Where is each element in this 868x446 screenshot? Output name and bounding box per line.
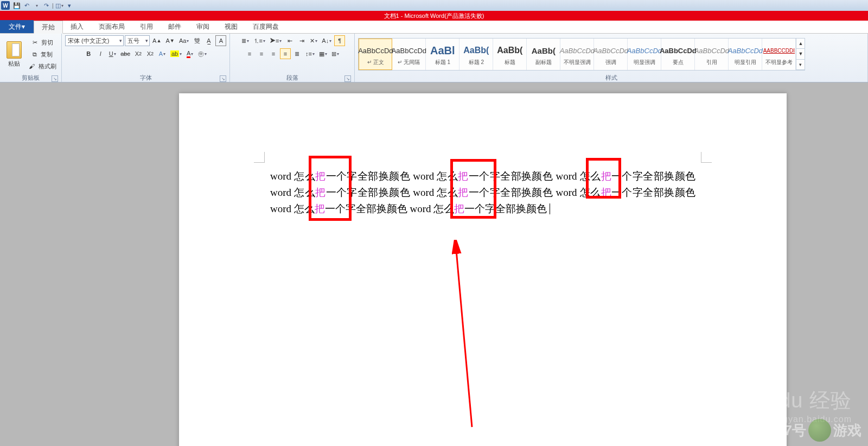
review-tab[interactable]: 审阅 [189, 20, 217, 33]
style-item-11[interactable]: AaBbCcDd明显引用 [729, 39, 762, 70]
style-item-5[interactable]: AaBb(副标题 [527, 39, 560, 70]
gallery-scroll[interactable]: ▲▼▾ [796, 39, 805, 70]
undo-dropdown[interactable] [31, 1, 41, 10]
multilevel-button[interactable]: ⮞≡ [268, 35, 283, 46]
margin-guide-tl [254, 152, 265, 163]
document-text[interactable]: word 怎么把一个字全部换颜色 word 怎么把一个字全部换颜色 word 怎… [270, 168, 695, 217]
style-name: 引用 [706, 59, 717, 66]
style-name: 标题 2 [469, 59, 484, 66]
paragraph-group-label: 段落↘ [233, 73, 351, 82]
text-effects-button[interactable]: A [157, 48, 168, 59]
font-dialog-launcher[interactable]: ↘ [220, 75, 226, 82]
superscript-button[interactable]: X2 [145, 48, 156, 59]
format-painter-button[interactable]: 🖌 格式刷 [27, 61, 58, 72]
style-item-3[interactable]: AaBb(标题 2 [459, 39, 493, 70]
paste-button[interactable]: 粘贴 [3, 41, 25, 68]
style-preview: AaBbCcDd [358, 42, 393, 59]
document-area[interactable]: word 怎么把一个字全部换颜色 word 怎么把一个字全部换颜色 word 怎… [0, 82, 868, 446]
references-tab[interactable]: 引用 [132, 20, 161, 33]
bold-button[interactable]: B [83, 48, 94, 59]
style-name: 副标题 [535, 59, 552, 66]
layout-tab[interactable]: 页面布局 [91, 20, 132, 33]
numbering-button[interactable]: ⒈≡ [252, 35, 267, 46]
style-item-9[interactable]: AaBbCcDd要点 [661, 39, 695, 70]
style-preview: AaBbCcDd [660, 42, 697, 59]
qat-more[interactable]: ▾ [65, 1, 74, 10]
style-item-7[interactable]: AaBbCcDd强调 [594, 39, 628, 70]
highlighted-char: 把 [315, 203, 325, 214]
style-preview: AaBb( [532, 42, 556, 59]
align-left-button[interactable]: ≡ [244, 48, 255, 59]
highlight-button[interactable]: ab [169, 48, 183, 59]
gallery-ctrl-btn[interactable]: ▼ [796, 49, 805, 59]
decrease-indent-button[interactable]: ⇤ [284, 35, 295, 46]
paste-icon [7, 41, 22, 59]
annotation-arrow [423, 240, 488, 430]
baidu-tab[interactable]: 百度网盘 [245, 20, 286, 33]
font-group-label: 字体↘ [65, 73, 226, 82]
clipboard-dialog-launcher[interactable]: ↘ [52, 75, 58, 82]
save-icon[interactable]: 💾 [12, 1, 22, 10]
char-shading-button[interactable]: A [215, 35, 226, 46]
text-cursor [550, 203, 550, 214]
style-preview: AaBbCcDd [627, 42, 662, 59]
asian-layout-button[interactable]: ✕ [308, 35, 319, 46]
style-item-2[interactable]: AaBl标题 1 [426, 39, 459, 70]
styles-group-label: 样式 [358, 73, 864, 82]
style-item-4[interactable]: AaBb(标题 [493, 39, 527, 70]
style-preview: AABBCCDDI [763, 42, 795, 59]
line-spacing-button[interactable]: ↕≡ [304, 48, 316, 59]
sort-button[interactable]: A↓ [320, 35, 333, 46]
cut-label: 剪切 [41, 39, 53, 47]
insert-tab[interactable]: 插入 [63, 20, 91, 33]
bullets-button[interactable]: ≣ [240, 35, 251, 46]
enclose-char-button[interactable]: ㊥ [196, 48, 208, 59]
align-center-button[interactable]: ≡ [256, 48, 267, 59]
char-border-button[interactable]: A̲ [203, 35, 214, 46]
style-preview: AaBb( [463, 42, 489, 59]
gallery-ctrl-btn[interactable]: ▾ [796, 60, 805, 70]
paragraph-dialog-launcher[interactable]: ↘ [344, 75, 351, 82]
page[interactable]: word 怎么把一个字全部换颜色 word 怎么把一个字全部换颜色 word 怎… [179, 93, 787, 446]
strikethrough-button[interactable]: abc [119, 48, 132, 59]
undo-icon[interactable]: ↶ [22, 1, 31, 10]
italic-button[interactable]: I [95, 48, 106, 59]
svg-line-0 [456, 244, 472, 427]
phonetic-guide-button[interactable]: 雙 [192, 35, 202, 46]
style-item-1[interactable]: AaBbCcDd↵ 无间隔 [392, 39, 426, 70]
style-item-12[interactable]: AABBCCDDI不明显参考 [762, 39, 796, 70]
underline-button[interactable]: U [107, 48, 118, 59]
font-name-select[interactable]: 宋体 (中文正文) [65, 35, 124, 46]
shading-button[interactable]: ▦ [317, 48, 329, 59]
increase-indent-button[interactable]: ⇥ [296, 35, 307, 46]
clipboard-group-label: 剪贴板↘ [3, 73, 58, 82]
shrink-font-button[interactable]: A▼ [164, 35, 176, 46]
redo-icon[interactable]: ↷ [41, 1, 51, 10]
mailings-tab[interactable]: 邮件 [161, 20, 189, 33]
subscript-button[interactable]: X2 [133, 48, 144, 59]
clipboard-group: 粘贴 ✂ 剪切 ⧉ 复制 🖌 格式刷 剪贴板↘ [0, 34, 62, 82]
view-tab[interactable]: 视图 [217, 20, 245, 33]
cut-button[interactable]: ✂ 剪切 [27, 37, 58, 48]
align-right-button[interactable]: ≡ [268, 48, 279, 59]
home-tab[interactable]: 开始 [34, 21, 63, 34]
grow-font-button[interactable]: A▲ [151, 35, 163, 46]
borders-button[interactable]: ⊞ [330, 48, 341, 59]
style-name: ↵ 无间隔 [398, 59, 420, 66]
show-marks-button[interactable]: ¶ [334, 35, 345, 46]
highlighted-char: 把 [315, 170, 326, 182]
font-color-button[interactable]: A [184, 48, 195, 59]
justify-button[interactable]: ≡ [280, 48, 291, 59]
change-case-button[interactable]: Aa [177, 35, 190, 46]
copy-button[interactable]: ⧉ 复制 [27, 49, 58, 60]
style-preview: AaBbCcDd [560, 42, 595, 59]
style-item-8[interactable]: AaBbCcDd明显强调 [628, 39, 661, 70]
style-item-10[interactable]: AaBbCcDd引用 [695, 39, 729, 70]
style-item-6[interactable]: AaBbCcDd不明显强调 [560, 39, 594, 70]
font-size-select[interactable]: 五号 [125, 35, 150, 46]
distribute-button[interactable]: ≣ [292, 48, 303, 59]
gallery-ctrl-btn[interactable]: ▲ [796, 39, 805, 49]
style-item-0[interactable]: AaBbCcDd↵ 正文 [359, 39, 392, 70]
qat-customize[interactable]: ◫ [55, 1, 65, 10]
file-tab[interactable]: 文件 ▾ [0, 20, 34, 33]
